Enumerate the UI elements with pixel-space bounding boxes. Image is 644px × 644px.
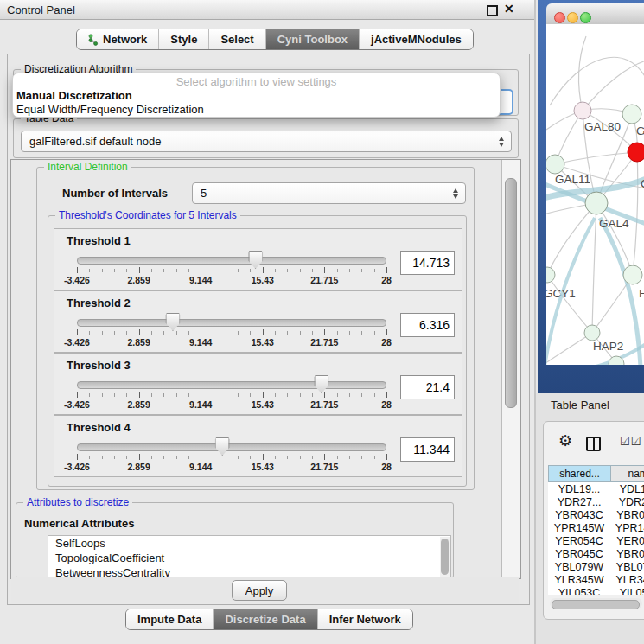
network-node[interactable] bbox=[628, 143, 644, 162]
list-scrollbar[interactable] bbox=[440, 537, 450, 577]
slider-track[interactable] bbox=[77, 443, 386, 451]
network-node[interactable] bbox=[574, 102, 591, 119]
slider-tick-label: 15.43 bbox=[252, 275, 274, 285]
gear-icon[interactable]: ⚙ bbox=[558, 433, 572, 449]
table-cell: YDR27... bbox=[610, 495, 644, 508]
bottom-tab-discretize-data[interactable]: Discretize Data bbox=[214, 609, 317, 629]
threshold-value-field[interactable] bbox=[400, 437, 455, 462]
slider-tick-label: 28 bbox=[381, 399, 392, 410]
table-row[interactable]: YIL053CYIL053C bbox=[548, 586, 644, 595]
threshold-box-1: Threshold 1-3.4262.8599.14415.4321.71528 bbox=[54, 228, 462, 290]
split-view-icon[interactable] bbox=[586, 437, 601, 451]
number-of-intervals-value: 5 bbox=[201, 187, 207, 200]
network-edge[interactable] bbox=[633, 152, 638, 275]
network-node[interactable] bbox=[546, 267, 555, 283]
minimize-window-icon[interactable] bbox=[567, 12, 578, 23]
slider-tick-label: 2.859 bbox=[127, 399, 150, 410]
attribute-list-item[interactable]: SelfLoops bbox=[48, 536, 450, 551]
network-edge[interactable] bbox=[546, 333, 592, 365]
network-node[interactable] bbox=[585, 192, 608, 214]
control-panel-title: Control Panel bbox=[7, 3, 75, 16]
vertical-scrollbar-thumb[interactable] bbox=[505, 178, 517, 408]
algorithm-option-1[interactable]: Equal Width/Frequency Discretization bbox=[13, 103, 500, 117]
threshold-box-2: Threshold 2-3.4262.8599.14415.4321.71528 bbox=[54, 290, 462, 353]
slider-tick-label: 21.715 bbox=[310, 275, 338, 285]
algorithm-option-0[interactable]: Manual Discretization bbox=[13, 89, 500, 103]
network-node[interactable] bbox=[546, 155, 564, 174]
tab-network[interactable]: Network bbox=[77, 29, 159, 49]
attribute-list-item[interactable]: TopologicalCoefficient bbox=[48, 551, 450, 565]
table-row[interactable]: YER054CYER054C bbox=[548, 534, 644, 547]
threshold-box-4: Threshold 4-3.4262.8599.14415.4321.71528 bbox=[54, 415, 462, 477]
slider-tick-label: 15.43 bbox=[252, 337, 274, 348]
table-row[interactable]: YLR345WYLR345W bbox=[548, 573, 644, 586]
checkbox-icons[interactable]: ☑☑ bbox=[620, 435, 641, 448]
apply-button[interactable]: Apply bbox=[232, 580, 287, 601]
slider-tick-label: 9.144 bbox=[189, 462, 212, 472]
table-row[interactable]: YPR145WYPR145W bbox=[548, 521, 644, 534]
network-canvas[interactable]: GAL80GCGAL11GAL4GCY1HHAP2 bbox=[546, 24, 644, 365]
slider-tick-label: 21.715 bbox=[310, 337, 338, 348]
table-row[interactable]: YBR045CYBR045C bbox=[548, 547, 644, 560]
float-panel-icon[interactable] bbox=[487, 5, 498, 16]
table-cell: YLR345W bbox=[548, 573, 610, 586]
network-node-label: GAL4 bbox=[599, 217, 629, 230]
table-column-header-0[interactable]: shared... bbox=[548, 465, 610, 482]
threshold-value-field[interactable] bbox=[400, 251, 455, 275]
slider-tick-label: 2.859 bbox=[127, 462, 150, 472]
table-row[interactable]: YDR27...YDR27... bbox=[548, 495, 644, 508]
table-cell: YDL19... bbox=[610, 482, 644, 495]
network-node[interactable] bbox=[623, 265, 642, 284]
tab-style[interactable]: Style bbox=[159, 29, 209, 49]
slider-tick-label: 2.859 bbox=[127, 275, 150, 285]
close-window-icon[interactable] bbox=[554, 12, 565, 23]
slider-thumb[interactable] bbox=[165, 313, 180, 331]
close-panel-icon[interactable]: ✕ bbox=[504, 2, 514, 16]
network-edge[interactable] bbox=[550, 57, 644, 105]
network-edge[interactable] bbox=[555, 152, 637, 164]
network-edge[interactable] bbox=[578, 36, 586, 111]
table-data-combobox[interactable]: galFiltered.sif default node bbox=[21, 131, 512, 152]
slider-ticks bbox=[77, 329, 386, 336]
bottom-tab-impute-data[interactable]: Impute Data bbox=[126, 609, 214, 629]
table-column-header-1[interactable]: name bbox=[610, 465, 644, 482]
table-row[interactable]: YBL079WYBL079W bbox=[548, 560, 644, 573]
slider-track[interactable] bbox=[77, 319, 386, 327]
number-of-intervals-combobox[interactable]: 5 bbox=[192, 182, 466, 204]
slider-thumb[interactable] bbox=[248, 251, 263, 269]
slider-track[interactable] bbox=[77, 257, 386, 265]
zoom-window-icon[interactable] bbox=[580, 12, 591, 23]
network-node-label: G bbox=[636, 124, 644, 137]
tab-label: Impute Data bbox=[137, 613, 201, 626]
threshold-value-field[interactable] bbox=[400, 313, 455, 337]
bottom-tab-infer-network[interactable]: Infer Network bbox=[318, 609, 412, 629]
threshold-value-field[interactable] bbox=[400, 375, 455, 399]
slider-tick-label: -3.426 bbox=[64, 337, 90, 348]
network-edge[interactable] bbox=[583, 61, 644, 111]
horizontal-scrollbar-thumb[interactable] bbox=[552, 600, 640, 609]
tab-jactivemnodules[interactable]: jActiveMNodules bbox=[360, 29, 473, 49]
table-row[interactable]: YBR043CYBR043C bbox=[548, 508, 644, 521]
network-node[interactable] bbox=[584, 325, 600, 341]
slider-tick-label: 9.144 bbox=[189, 337, 212, 348]
attribute-list-item[interactable]: BetweennessCentrality bbox=[48, 565, 450, 578]
list-scrollbar-thumb[interactable] bbox=[441, 539, 449, 575]
tab-select[interactable]: Select bbox=[209, 29, 265, 49]
table-row[interactable]: YDL19...YDL19... bbox=[548, 482, 644, 495]
tab-cyni-toolbox[interactable]: Cyni Toolbox bbox=[266, 29, 360, 49]
tab-label: Style bbox=[170, 33, 197, 46]
network-node[interactable] bbox=[622, 105, 641, 124]
table-cell: YBR045C bbox=[610, 547, 644, 560]
attributes-group-label: Attributes to discretize bbox=[23, 496, 132, 509]
slider-ticks bbox=[77, 454, 386, 461]
slider-tick-label: 21.715 bbox=[310, 462, 338, 472]
threshold-label: Threshold 3 bbox=[67, 359, 131, 372]
numerical-attributes-list[interactable]: SelfLoopsTopologicalCoefficientBetweenne… bbox=[48, 535, 451, 578]
slider-tick-label: 28 bbox=[381, 275, 392, 285]
slider-track[interactable] bbox=[77, 381, 386, 389]
table-data-combobox-value: galFiltered.sif default node bbox=[29, 135, 161, 148]
slider-thumb[interactable] bbox=[314, 375, 328, 393]
slider-thumb[interactable] bbox=[215, 437, 230, 456]
tab-label: Discretize Data bbox=[225, 613, 305, 626]
interval-definition-label: Interval Definition bbox=[44, 161, 131, 174]
